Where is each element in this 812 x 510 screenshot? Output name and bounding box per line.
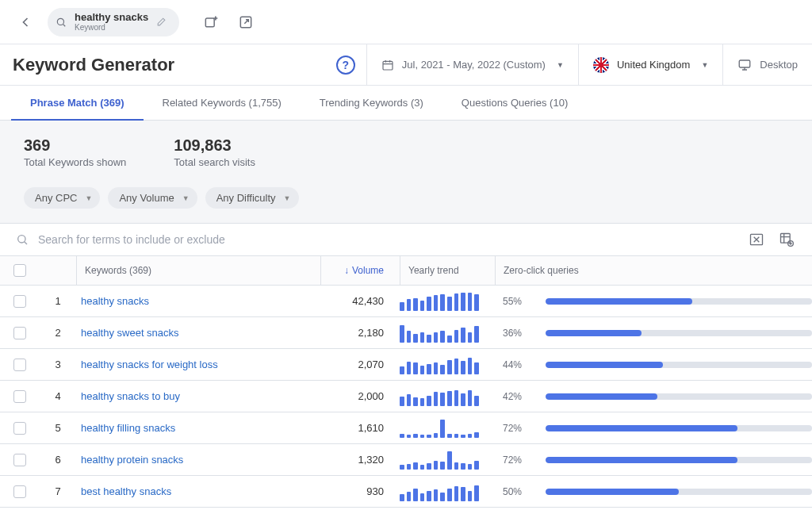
zcq-percent: 72% xyxy=(503,423,534,434)
zcq-percent: 36% xyxy=(503,328,534,339)
table-row: 2healthy sweet snacks2,18036% xyxy=(0,317,812,349)
add-tab-icon[interactable] xyxy=(201,13,220,32)
tab-1[interactable]: Related Keywords (1,755) xyxy=(144,86,301,120)
svg-rect-3 xyxy=(383,61,393,70)
back-button[interactable] xyxy=(16,13,35,32)
country-select[interactable]: United Kingdom ▼ xyxy=(578,44,722,85)
date-range-select[interactable]: Jul, 2021 - May, 2022 (Custom) ▼ xyxy=(366,44,578,85)
zcq-percent: 44% xyxy=(503,359,534,370)
column-settings-icon[interactable] xyxy=(777,230,796,249)
sparkline xyxy=(400,387,479,406)
volume-value: 2,180 xyxy=(320,327,400,339)
device-select[interactable]: Desktop xyxy=(722,44,812,85)
zcq-bar xyxy=(546,362,812,368)
chevron-down-icon: ▼ xyxy=(85,194,92,202)
chevron-down-icon: ▼ xyxy=(557,61,564,69)
svg-rect-4 xyxy=(740,60,751,67)
keyword-link[interactable]: healthy snacks for weight loss xyxy=(81,359,218,370)
keyword-link[interactable]: healthy protein snacks xyxy=(81,454,183,466)
search-subtype: Keyword xyxy=(75,23,148,32)
svg-point-0 xyxy=(57,18,63,25)
zcq-percent: 55% xyxy=(503,296,534,307)
calendar-icon xyxy=(381,59,394,71)
zcq-bar xyxy=(546,393,812,400)
svg-point-5 xyxy=(18,236,25,243)
keyword-link[interactable]: best healthy snacks xyxy=(81,485,171,497)
search-pill[interactable]: healthy snacks Keyword xyxy=(48,8,179,36)
flag-icon xyxy=(593,57,609,73)
keyword-link[interactable]: healthy snacks xyxy=(81,295,149,307)
zcq-bar xyxy=(546,457,812,463)
row-index: 4 xyxy=(40,390,76,402)
desktop-icon xyxy=(737,58,752,72)
keyword-link[interactable]: healthy filling snacks xyxy=(81,422,175,434)
row-checkbox[interactable] xyxy=(13,422,26,435)
stat-keywords-label: Total Keywords shown xyxy=(24,156,126,168)
row-checkbox[interactable] xyxy=(13,454,26,466)
zcq-percent: 72% xyxy=(503,454,534,466)
table-row: 3healthy snacks for weight loss2,07044% xyxy=(0,349,812,381)
filter-cpc[interactable]: Any CPC▼ xyxy=(24,187,100,209)
column-header-trend[interactable]: Yearly trend xyxy=(400,256,495,285)
column-header-keywords[interactable]: Keywords (369) xyxy=(76,256,320,285)
search-keyword: healthy snacks xyxy=(75,12,148,23)
select-all-checkbox[interactable] xyxy=(13,264,26,277)
pencil-icon[interactable] xyxy=(156,17,167,27)
zcq-bar xyxy=(546,298,812,305)
sparkline xyxy=(400,482,479,501)
zcq-bar xyxy=(546,330,812,336)
table-search-input[interactable] xyxy=(36,232,739,247)
keyword-link[interactable]: healthy sweet snacks xyxy=(81,327,179,339)
chevron-down-icon: ▼ xyxy=(701,61,708,69)
volume-value: 42,430 xyxy=(320,295,400,307)
table-row: 7best healthy snacks93050% xyxy=(0,476,812,508)
row-index: 3 xyxy=(40,359,76,370)
filter-volume[interactable]: Any Volume▼ xyxy=(108,187,197,209)
row-checkbox[interactable] xyxy=(13,485,26,498)
table-row: 6healthy protein snacks1,32072% xyxy=(0,444,812,476)
row-checkbox[interactable] xyxy=(13,295,26,308)
column-header-zcq[interactable]: Zero-click queries xyxy=(495,256,812,285)
sparkline xyxy=(400,419,479,438)
row-index: 2 xyxy=(40,327,76,339)
stat-visits-value: 109,863 xyxy=(174,136,255,155)
row-checkbox[interactable] xyxy=(13,359,26,371)
sparkline xyxy=(400,292,479,311)
device-label: Desktop xyxy=(760,59,798,71)
table-row: 1healthy snacks42,43055% xyxy=(0,286,812,317)
table-row: 5healthy filling snacks1,61072% xyxy=(0,412,812,444)
zcq-bar xyxy=(546,425,812,431)
zcq-percent: 42% xyxy=(503,391,534,402)
tab-2[interactable]: Trending Keywords (3) xyxy=(301,86,442,120)
zcq-percent: 50% xyxy=(503,486,534,497)
chevron-down-icon: ▼ xyxy=(182,194,190,202)
volume-value: 930 xyxy=(320,485,400,497)
tab-0[interactable]: Phrase Match (369) xyxy=(11,86,144,120)
volume-value: 2,070 xyxy=(320,359,400,370)
stat-visits-label: Total search visits xyxy=(174,156,255,168)
volume-value: 1,320 xyxy=(320,454,400,466)
filter-difficulty[interactable]: Any Difficulty▼ xyxy=(205,187,299,209)
export-excel-icon[interactable] xyxy=(747,230,766,249)
zcq-bar xyxy=(546,489,812,495)
row-index: 7 xyxy=(40,485,76,497)
chevron-down-icon: ▼ xyxy=(284,194,291,202)
column-header-volume[interactable]: ↓ Volume xyxy=(320,256,400,285)
sparkline xyxy=(400,355,479,374)
table-row: 4healthy snacks to buy2,00042% xyxy=(0,381,812,412)
search-icon xyxy=(16,233,29,246)
row-checkbox[interactable] xyxy=(13,327,26,339)
row-index: 6 xyxy=(40,454,76,466)
volume-value: 2,000 xyxy=(320,390,400,402)
volume-value: 1,610 xyxy=(320,422,400,434)
keyword-link[interactable]: healthy snacks to buy xyxy=(81,390,180,402)
sparkline xyxy=(400,324,479,343)
row-index: 5 xyxy=(40,422,76,434)
row-checkbox[interactable] xyxy=(13,390,26,403)
row-index: 1 xyxy=(40,295,76,307)
help-icon[interactable]: ? xyxy=(336,56,355,75)
open-external-icon[interactable] xyxy=(236,13,255,32)
country-label: United Kingdom xyxy=(617,59,691,71)
stat-keywords-value: 369 xyxy=(24,136,126,155)
tab-3[interactable]: Questions Queries (10) xyxy=(442,86,587,120)
